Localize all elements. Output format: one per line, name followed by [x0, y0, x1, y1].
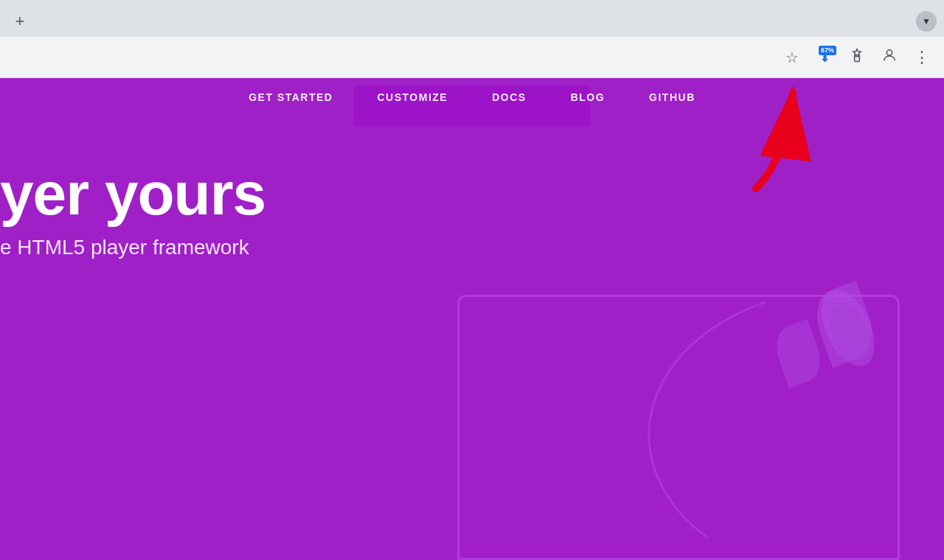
device-arc-decoration: [634, 302, 929, 538]
website-nav: GET STARTED CUSTOMIZE DOCS BLOG GITHUB: [0, 78, 944, 116]
nav-link-customize[interactable]: CUSTOMIZE: [377, 91, 448, 103]
browser-nav-bar: ☆ ⬇ 67% ⋮: [0, 37, 944, 78]
hero-headline: yer yours: [0, 161, 944, 227]
nav-link-get-started[interactable]: GET STARTED: [249, 91, 333, 103]
more-options-button[interactable]: ⋮: [909, 44, 935, 71]
profile-icon: [881, 47, 898, 67]
nav-link-github[interactable]: GITHUB: [649, 91, 695, 103]
profile-button[interactable]: [876, 44, 903, 71]
device-illustration: [442, 265, 944, 560]
nav-link-docs[interactable]: DOCS: [492, 91, 526, 103]
apple-leaf-icon: [811, 280, 885, 376]
more-options-icon: ⋮: [914, 48, 931, 67]
tab-dropdown-button[interactable]: ▼: [916, 11, 937, 32]
svg-rect-0: [855, 57, 860, 62]
website-content: GET STARTED CUSTOMIZE DOCS BLOG GITHUB y…: [0, 78, 944, 560]
extensions-button[interactable]: [844, 44, 870, 71]
download-button[interactable]: ⬇ 67%: [811, 44, 838, 71]
svg-point-1: [886, 50, 892, 55]
new-tab-button[interactable]: +: [7, 9, 32, 34]
tab-bar: + ▼: [0, 0, 944, 37]
download-progress-badge: 67%: [819, 46, 836, 56]
extensions-icon: [850, 48, 864, 66]
nav-link-blog[interactable]: BLOG: [571, 91, 605, 103]
hero-subtext: e HTML5 player framework: [0, 236, 944, 259]
bookmark-button[interactable]: ☆: [779, 44, 805, 71]
bookmark-icon: ☆: [785, 49, 799, 66]
hero-section: yer yours e HTML5 player framework: [0, 116, 944, 259]
svg-point-3: [649, 302, 929, 538]
